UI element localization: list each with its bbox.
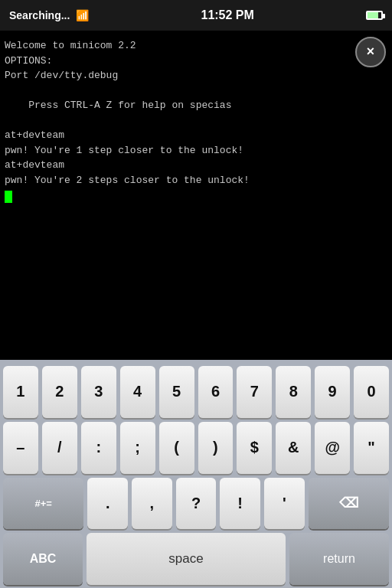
key-period[interactable]: . (87, 478, 128, 530)
key-semicolon[interactable]: ; (120, 422, 155, 474)
key-slash[interactable]: / (42, 422, 77, 474)
abc-button[interactable]: ABC (3, 533, 83, 585)
key-comma[interactable]: , (132, 478, 172, 530)
key-ampersand[interactable]: & (276, 422, 311, 474)
key-9[interactable]: 9 (315, 366, 350, 418)
key-dash[interactable]: – (3, 422, 38, 474)
key-4[interactable]: 4 (120, 366, 155, 418)
wifi-icon: 📶 (76, 9, 89, 21)
status-left: Searching... 📶 (9, 9, 89, 21)
carrier-text: Searching... (9, 9, 70, 21)
status-bar: Searching... 📶 11:52 PM (0, 0, 392, 31)
terminal-line: Port /dev/tty.debug (5, 68, 387, 83)
terminal-help-line: Press CTRL-A Z for help on specias (5, 98, 387, 113)
key-apostrophe[interactable]: ' (264, 478, 305, 530)
cursor (5, 191, 12, 203)
terminal-line (5, 113, 387, 129)
key-2[interactable]: 2 (42, 366, 77, 418)
terminal-line: pwn! You're 1 step closer to the unlock! (5, 143, 387, 158)
return-button[interactable]: return (289, 533, 389, 585)
space-button[interactable]: space (87, 533, 286, 585)
terminal: Welcome to minicom 2.2 OPTIONS: Port /de… (0, 31, 392, 360)
status-time: 11:52 PM (201, 8, 253, 22)
keyboard-row-1: 1 2 3 4 5 6 7 8 9 0 (3, 366, 389, 418)
key-7[interactable]: 7 (237, 366, 272, 418)
terminal-cursor-line (5, 188, 387, 203)
terminal-line: pwn! You're 2 steps closer to the unlock… (5, 173, 387, 188)
key-1[interactable]: 1 (3, 366, 38, 418)
battery-icon (366, 11, 383, 20)
terminal-line: at+devteam (5, 128, 387, 143)
key-symbols-toggle[interactable]: #+= (3, 478, 83, 530)
backspace-icon: ⌫ (339, 495, 358, 511)
keyboard-row-2: – / : ; ( ) $ & @ " (3, 422, 389, 474)
key-5[interactable]: 5 (159, 366, 194, 418)
key-exclamation[interactable]: ! (220, 478, 260, 530)
key-question[interactable]: ? (176, 478, 217, 530)
backspace-button[interactable]: ⌫ (309, 478, 389, 530)
key-close-paren[interactable]: ) (198, 422, 234, 474)
terminal-line (5, 83, 387, 99)
key-at[interactable]: @ (315, 422, 350, 474)
terminal-line: at+devteam (5, 158, 387, 173)
keyboard: 1 2 3 4 5 6 7 8 9 0 – / : ; ( ) $ & @ " … (0, 360, 392, 588)
terminal-line: Welcome to minicom 2.2 (5, 38, 387, 54)
keyboard-row-3: #+= . , ? ! ' ⌫ (3, 478, 389, 530)
key-3[interactable]: 3 (81, 366, 116, 418)
key-open-paren[interactable]: ( (159, 422, 194, 474)
key-8[interactable]: 8 (276, 366, 311, 418)
key-dollar[interactable]: $ (237, 422, 272, 474)
terminal-line: OPTIONS: (5, 54, 387, 69)
status-right (366, 11, 383, 20)
close-button[interactable]: × (355, 37, 386, 67)
key-colon[interactable]: : (81, 422, 116, 474)
keyboard-row-4: ABC space return (3, 533, 389, 585)
key-0[interactable]: 0 (354, 366, 389, 418)
key-quote[interactable]: " (354, 422, 389, 474)
key-6[interactable]: 6 (198, 366, 234, 418)
